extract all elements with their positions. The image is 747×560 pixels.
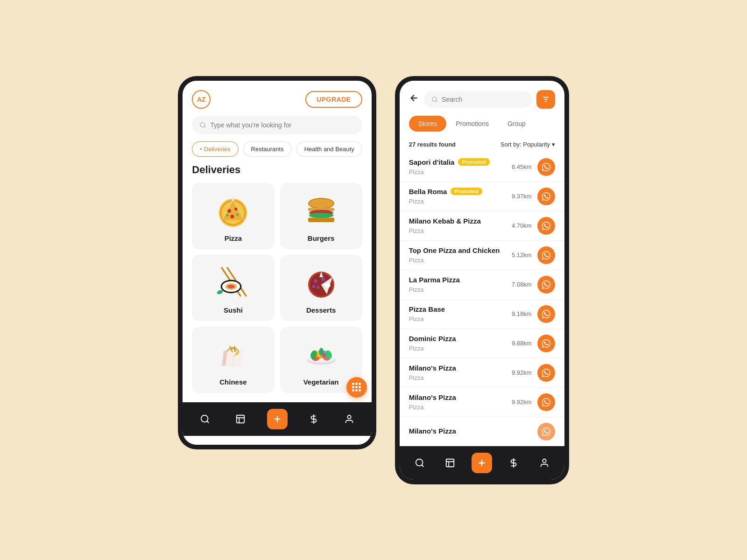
result-item-2[interactable]: Milano Kebab & Pizza Pizza 4.70km (400, 211, 564, 241)
result-name-row-6: Dominic Pizza (409, 335, 512, 343)
deliveries-title: Deliveries (183, 164, 371, 183)
svg-point-51 (201, 415, 208, 422)
result-info-6: Dominic Pizza Pizza (409, 335, 512, 352)
right-search-bar[interactable] (424, 91, 532, 108)
result-type-4: Pizza (409, 286, 424, 293)
pizza-image (214, 192, 252, 230)
search-tab-group: Stores Promotions Group (400, 116, 564, 139)
left-search-bar[interactable] (192, 116, 362, 134)
svg-point-64 (416, 459, 423, 466)
left-search-input[interactable] (210, 121, 354, 129)
result-item-7[interactable]: Milano's Pizza Pizza 9.92km (400, 358, 564, 388)
whatsapp-btn-0[interactable] (537, 158, 555, 176)
right-nav-dollar[interactable] (504, 454, 523, 472)
result-item-9[interactable]: Milano's Pizza (400, 417, 564, 446)
left-nav-dollar[interactable] (304, 410, 323, 428)
result-distance-7: 9.92km (512, 369, 532, 376)
whatsapp-btn-3[interactable] (537, 246, 555, 264)
whatsapp-btn-6[interactable] (537, 335, 555, 352)
food-card-desserts[interactable]: Desserts (280, 255, 362, 321)
food-card-sushi[interactable]: Sushi (192, 255, 274, 321)
svg-point-10 (237, 213, 239, 216)
result-distance-8: 9.92km (512, 399, 532, 406)
right-phone: Stores Promotions Group 27 results found… (395, 76, 569, 484)
result-name-row-4: La Parma Pizza (409, 276, 512, 284)
svg-point-33 (321, 277, 325, 281)
promoted-badge-0: Promoted (458, 158, 489, 166)
result-name-4: La Parma Pizza (409, 276, 460, 284)
tab-restaurants[interactable]: Restaurants (243, 141, 292, 157)
whatsapp-btn-9[interactable] (537, 423, 555, 441)
svg-rect-66 (446, 459, 454, 467)
result-item-0[interactable]: Sapori d'italia Promoted Pizza 8.45km (400, 153, 564, 182)
svg-point-20 (314, 201, 329, 206)
upgrade-button[interactable]: UPGRADE (305, 91, 362, 108)
result-type-0: Pizza (409, 168, 424, 175)
result-type-3: Pizza (409, 257, 424, 264)
sushi-label: Sushi (224, 306, 243, 314)
tab-promotions[interactable]: Promotions (446, 116, 498, 132)
result-name-row-8: Milano's Pizza (409, 393, 512, 401)
result-item-5[interactable]: Pizza Base Pizza 9.18km (400, 300, 564, 329)
whatsapp-btn-2[interactable] (537, 217, 555, 235)
svg-point-9 (226, 214, 229, 217)
right-search-input[interactable] (442, 96, 524, 103)
left-nav-person[interactable] (340, 410, 359, 428)
result-distance-2: 4.70km (512, 222, 532, 229)
svg-rect-53 (237, 415, 245, 423)
result-item-8[interactable]: Milano's Pizza Pizza 9.92km (400, 388, 564, 417)
svg-line-52 (207, 421, 209, 423)
left-nav-plus[interactable] (267, 409, 288, 429)
whatsapp-btn-4[interactable] (537, 276, 555, 294)
result-item-4[interactable]: La Parma Pizza Pizza 7.08km (400, 270, 564, 300)
result-name-row-9: Milano's Pizza (409, 427, 537, 435)
right-nav-person[interactable] (535, 454, 554, 472)
svg-point-7 (235, 207, 238, 210)
result-name-6: Dominic Pizza (409, 335, 456, 343)
chat-bubble-btn[interactable] (346, 377, 367, 398)
svg-point-6 (227, 209, 231, 213)
result-name-9: Milano's Pizza (409, 427, 456, 435)
result-name-3: Top One Pizza and Chicken (409, 246, 500, 254)
tab-group[interactable]: Group (498, 116, 535, 132)
right-nav-search[interactable] (410, 454, 429, 472)
food-card-pizza[interactable]: Pizza (192, 183, 274, 249)
svg-point-8 (231, 215, 234, 218)
results-count: 27 results found (409, 141, 456, 148)
right-nav-box[interactable] (441, 454, 459, 472)
tab-stores[interactable]: Stores (409, 116, 446, 132)
svg-point-59 (432, 97, 436, 101)
result-name-0: Sapori d'italia (409, 158, 455, 166)
result-distance-4: 7.08km (512, 281, 532, 288)
result-item-6[interactable]: Dominic Pizza Pizza 9.88km (400, 329, 564, 358)
whatsapp-btn-8[interactable] (537, 393, 555, 411)
filter-button[interactable] (536, 90, 555, 109)
right-nav-plus[interactable] (472, 453, 492, 473)
result-item-1[interactable]: Bella Roma Promoted Pizza 9.37km (400, 182, 564, 211)
right-search-icon (431, 96, 438, 103)
left-nav-box[interactable] (231, 410, 250, 428)
right-phone-inner: Stores Promotions Group 27 results found… (400, 81, 564, 480)
food-card-chinese[interactable]: Chinese (192, 327, 274, 393)
result-name-7: Milano's Pizza (409, 364, 456, 372)
result-type-5: Pizza (409, 315, 424, 322)
tab-deliveries[interactable]: Deliveries (192, 141, 238, 157)
result-distance-3: 5.12km (512, 252, 532, 259)
whatsapp-btn-7[interactable] (537, 364, 555, 382)
whatsapp-btn-1[interactable] (537, 188, 555, 205)
svg-line-65 (422, 465, 423, 467)
result-name-row-3: Top One Pizza and Chicken (409, 246, 512, 254)
tab-health-beauty[interactable]: Health and Beauty (296, 141, 362, 157)
whatsapp-btn-5[interactable] (537, 305, 555, 323)
search-icon (199, 121, 206, 129)
food-card-vegetarian[interactable]: Vegetarian (280, 327, 362, 393)
result-name-row-1: Bella Roma Promoted (409, 188, 512, 196)
back-button[interactable] (409, 93, 419, 105)
food-card-burgers[interactable]: Burgers (280, 183, 362, 249)
left-nav-search[interactable] (196, 410, 214, 428)
result-info-2: Milano Kebab & Pizza Pizza (409, 217, 512, 235)
result-item-3[interactable]: Top One Pizza and Chicken Pizza 5.12km (400, 241, 564, 270)
svg-rect-19 (308, 217, 334, 222)
result-distance-6: 9.88km (512, 340, 532, 347)
svg-point-36 (324, 283, 331, 287)
